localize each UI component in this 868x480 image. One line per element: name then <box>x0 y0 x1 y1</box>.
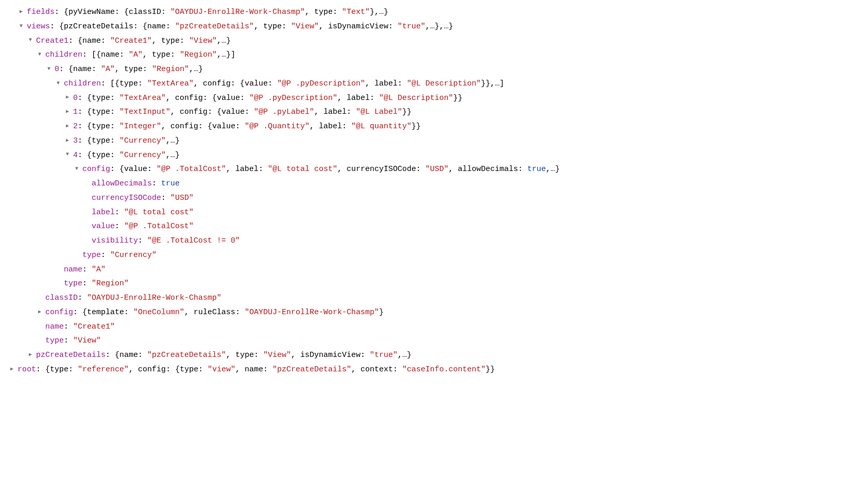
string-value: "@L Description" <box>379 94 453 102</box>
tree-row[interactable]: visibility: "@E .TotalCost != 0" <box>10 234 858 248</box>
token: }} <box>485 365 495 374</box>
tree-row[interactable]: name: "A" <box>10 263 858 277</box>
token: : <box>370 94 379 102</box>
token: , <box>170 108 180 116</box>
tree-row[interactable]: name: "Create1" <box>10 320 858 334</box>
token: isDynamicView <box>300 351 360 359</box>
tree-row[interactable]: ▼children: [{name: "A", type: "Region",…… <box>10 48 858 62</box>
token: name <box>119 351 138 359</box>
token: : <box>115 208 124 217</box>
token: }},…] <box>481 79 504 88</box>
tree-row[interactable]: ▼children: [{type: "TextArea", config: {… <box>10 77 858 91</box>
tree-row[interactable]: classID: "OAYDUJ-EnrollRe-Work-Chasmp" <box>10 291 858 305</box>
token: }} <box>411 122 421 131</box>
tree-row[interactable]: ▶1: {type: "TextInput", config: {value: … <box>10 105 858 119</box>
expand-toggle-icon[interactable]: ▼ <box>20 22 26 31</box>
expand-toggle-icon[interactable]: ▶ <box>66 122 72 131</box>
tree-row[interactable]: value: "@P .TotalCost" <box>10 219 858 234</box>
token: : <box>235 308 245 317</box>
string-value: "@L quantity" <box>351 122 411 131</box>
token: : { <box>50 22 64 31</box>
tree-row[interactable]: ▶root: {type: "reference", config: {type… <box>10 363 858 377</box>
tree-row[interactable]: type: "View" <box>10 334 858 348</box>
string-value: "pzCreateDetails" <box>147 351 226 359</box>
token: ruleClass <box>194 308 235 317</box>
property-key: type <box>64 279 82 288</box>
expand-toggle-icon[interactable]: ▼ <box>75 164 81 174</box>
tree-row[interactable]: type: "Region" <box>10 277 858 291</box>
string-value: "view" <box>207 365 235 374</box>
token: name <box>101 50 119 59</box>
token: config <box>138 365 166 374</box>
tree-row[interactable]: type: "Currency" <box>10 248 858 263</box>
token: : <box>110 122 119 131</box>
tree-row[interactable]: ▶fields: {pyViewName: {classID: "OAYDUJ-… <box>10 5 858 20</box>
tree-row[interactable]: ▼4: {type: "Currency",…} <box>10 148 858 163</box>
token: , <box>365 79 374 88</box>
expand-toggle-icon[interactable]: ▼ <box>66 150 72 160</box>
token: : <box>64 322 73 331</box>
expand-toggle-icon[interactable]: ▶ <box>66 107 72 117</box>
string-value: "View" <box>291 22 319 31</box>
token: : { <box>203 94 217 102</box>
token: label <box>235 165 258 174</box>
tree-row[interactable]: ▶2: {type: "Integer", config: {value: "@… <box>10 119 858 134</box>
token: type <box>161 37 180 45</box>
token: , <box>309 122 319 131</box>
token: : <box>119 50 129 59</box>
string-value: "Currency" <box>119 151 166 160</box>
expand-toggle-icon[interactable]: ▶ <box>20 7 26 17</box>
token: : { <box>110 165 124 174</box>
token: label <box>319 122 342 131</box>
token: : { <box>133 22 147 31</box>
expand-toggle-icon[interactable]: ▼ <box>47 64 54 74</box>
token: : <box>245 108 254 116</box>
token: : { <box>166 365 180 374</box>
token: : <box>78 294 87 302</box>
tree-row[interactable]: ▼Create1: {name: "Create1", type: "View"… <box>10 34 858 48</box>
property-key: children <box>45 50 82 59</box>
expand-toggle-icon[interactable]: ▶ <box>38 307 44 317</box>
property-key: root <box>18 365 36 374</box>
property-key: label <box>92 208 115 217</box>
tree-row[interactable]: label: "@L total cost" <box>10 205 858 220</box>
string-value: "@E .TotalCost != 0" <box>147 236 240 245</box>
expand-toggle-icon[interactable]: ▼ <box>38 50 44 60</box>
string-value: "caseInfo.content" <box>402 365 485 374</box>
token: type <box>92 151 110 160</box>
token: : <box>110 136 119 145</box>
tree-row[interactable]: ▶config: {template: "OneColumn", ruleCla… <box>10 305 858 320</box>
expand-toggle-icon[interactable]: ▶ <box>66 136 72 146</box>
tree-row[interactable]: ▶pzCreateDetails: {name: "pzCreateDetail… <box>10 348 858 363</box>
token: , <box>226 165 235 174</box>
tree-row[interactable]: ▶0: {type: "TextArea", config: {value: "… <box>10 91 858 106</box>
expand-toggle-icon[interactable]: ▼ <box>29 36 35 45</box>
tree-row[interactable]: ▼views: {pzCreateDetails: {name: "pzCrea… <box>10 20 858 34</box>
token: : <box>138 236 147 245</box>
string-value: "@P .TotalCost" <box>157 165 226 174</box>
expand-toggle-icon[interactable]: ▶ <box>29 350 35 360</box>
string-value: "Text" <box>342 8 370 16</box>
tree-row[interactable]: allowDecimals: true <box>10 177 858 191</box>
token: : <box>161 8 170 16</box>
tree-row[interactable]: ▼0: {name: "A", type: "Region",…} <box>10 62 858 77</box>
token: value <box>221 108 245 116</box>
token: , <box>314 108 323 116</box>
expand-toggle-icon[interactable]: ▶ <box>10 365 16 374</box>
string-value: "OAYDUJ-EnrollRe-Work-Chasmp" <box>245 308 379 317</box>
string-value: "Currency" <box>110 251 157 260</box>
expand-toggle-icon[interactable]: ▶ <box>66 93 72 102</box>
tree-row[interactable]: currencyISOCode: "USD" <box>10 191 858 205</box>
token: , <box>254 22 263 31</box>
expand-toggle-icon[interactable]: ▼ <box>57 79 63 89</box>
token: ,…} <box>166 136 180 145</box>
string-value: "Create1" <box>110 37 152 45</box>
property-key: fields <box>27 8 55 16</box>
property-key: type <box>82 251 101 260</box>
string-value: "View" <box>189 37 217 45</box>
tree-row[interactable]: ▼config: {value: "@P .TotalCost", label:… <box>10 162 858 177</box>
token: label <box>323 108 346 116</box>
boolean-value: true <box>161 179 180 188</box>
tree-row[interactable]: ▶3: {type: "Currency",…} <box>10 134 858 148</box>
token: : <box>138 351 147 359</box>
